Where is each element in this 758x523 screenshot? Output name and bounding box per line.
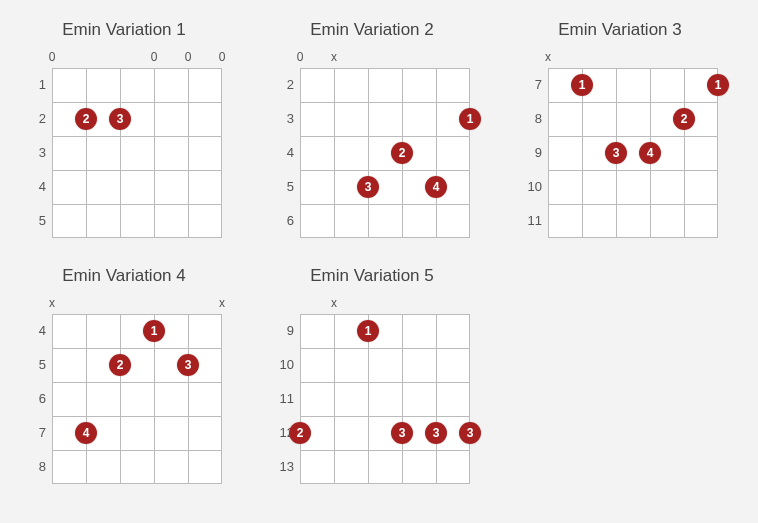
chord-title: Emin Variation 3 [520,20,720,40]
fret-number: 6 [24,382,46,416]
finger-dot: 3 [605,142,627,164]
fret-number: 6 [272,204,294,238]
open-mute-row: 0x [300,50,470,68]
fret-number: 4 [24,314,46,348]
finger-dot: 4 [639,142,661,164]
fret-number: 8 [520,102,542,136]
finger-dot: 2 [391,142,413,164]
finger-dot: 2 [673,108,695,130]
chord-diagram: Emin Variation 2234560x1234 [272,20,472,238]
finger-dot: 1 [459,108,481,130]
mute-marker: x [49,296,55,310]
chord-title: Emin Variation 2 [272,20,472,40]
fret-number: 10 [520,170,542,204]
chord-diagram: Emin Variation 445678xx1234 [24,266,224,484]
finger-dot: 2 [289,422,311,444]
finger-dot: 3 [357,176,379,198]
chord-diagram: Emin Variation 5910111213x12333 [272,266,472,484]
fret-number: 3 [24,136,46,170]
chord-diagram: Emin Variation 37891011x11234 [520,20,720,238]
fret-number: 2 [24,102,46,136]
finger-dot: 3 [425,422,447,444]
fret-number: 10 [272,348,294,382]
open-marker: 0 [219,50,226,64]
finger-dot: 2 [75,108,97,130]
finger-dot: 1 [143,320,165,342]
fret-number: 8 [24,450,46,484]
fret-number: 7 [520,68,542,102]
fret-number: 4 [272,136,294,170]
fret-number-column: 23456 [272,50,300,238]
fret-number: 11 [272,382,294,416]
mute-marker: x [331,50,337,64]
open-marker: 0 [151,50,158,64]
open-marker: 0 [297,50,304,64]
chord-title: Emin Variation 1 [24,20,224,40]
finger-dot: 4 [75,422,97,444]
open-marker: 0 [185,50,192,64]
finger-dot: 3 [391,422,413,444]
finger-dot: 1 [707,74,729,96]
mute-marker: x [545,50,551,64]
fretboard-grid: 12333 [300,314,470,484]
chord-title: Emin Variation 4 [24,266,224,286]
open-mute-row: x [548,50,718,68]
finger-dot: 3 [109,108,131,130]
mute-marker: x [331,296,337,310]
finger-dot: 3 [459,422,481,444]
open-marker: 0 [49,50,56,64]
fret-number: 5 [272,170,294,204]
chord-diagrams-container: Emin Variation 112345000023Emin Variatio… [24,20,734,484]
fret-number: 2 [272,68,294,102]
fretboard-grid: 23 [52,68,222,238]
finger-dot: 1 [357,320,379,342]
fret-number: 5 [24,204,46,238]
finger-dot: 2 [109,354,131,376]
chord-title: Emin Variation 5 [272,266,472,286]
fret-number-column: 45678 [24,296,52,484]
mute-marker: x [219,296,225,310]
finger-dot: 4 [425,176,447,198]
fret-number: 3 [272,102,294,136]
open-mute-row: xx [52,296,222,314]
fret-number: 9 [520,136,542,170]
fret-number: 5 [24,348,46,382]
chord-diagram: Emin Variation 112345000023 [24,20,224,238]
fret-number: 4 [24,170,46,204]
fretboard-grid: 1234 [300,68,470,238]
open-mute-row: 0000 [52,50,222,68]
fretboard-grid: 11234 [548,68,718,238]
finger-dot: 3 [177,354,199,376]
fret-number: 7 [24,416,46,450]
fret-number-column: 12345 [24,50,52,238]
fret-number: 1 [24,68,46,102]
finger-dot: 1 [571,74,593,96]
fret-number-column: 7891011 [520,50,548,238]
fret-number: 9 [272,314,294,348]
fret-number: 11 [520,204,542,238]
fret-number: 13 [272,450,294,484]
fret-number-column: 910111213 [272,296,300,484]
open-mute-row: x [300,296,470,314]
fretboard-grid: 1234 [52,314,222,484]
